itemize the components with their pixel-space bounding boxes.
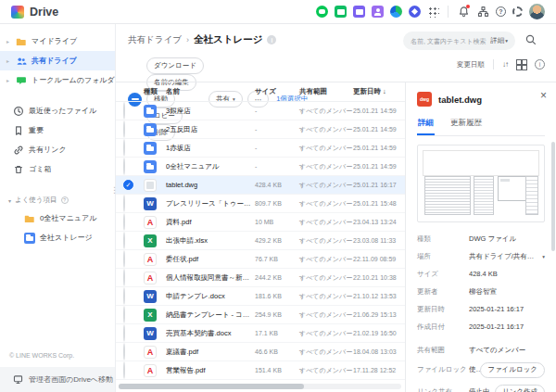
expand-caret-icon[interactable] [6, 38, 11, 44]
row-select-radio[interactable] [123, 287, 125, 305]
panel-tab[interactable]: 詳細 [417, 114, 435, 135]
vertical-scrollbar-thumb[interactable] [551, 142, 555, 251]
favorites-help-icon[interactable] [61, 196, 69, 204]
settings-gear-icon[interactable] [512, 6, 523, 17]
file-name[interactable]: 委任状.pdf [166, 255, 255, 264]
sidebar-item-shared-drive[interactable]: 共有ドライブ [0, 51, 115, 70]
table-row[interactable]: 営業報告.pdf 151.4 KB すべてのメンバー 17.11.28 12:5… [116, 361, 405, 380]
row-select-radio[interactable] [123, 102, 125, 120]
notification-bell-icon[interactable] [457, 6, 470, 19]
file-name[interactable]: 3銀座店 [166, 107, 255, 116]
row-select-radio[interactable] [123, 250, 125, 268]
column-updated[interactable]: 更新日時 ↓ [353, 87, 405, 96]
contacts-icon[interactable] [372, 6, 384, 18]
row-select-radio[interactable] [123, 139, 125, 157]
grid-view-icon[interactable] [516, 59, 526, 70]
row-select-radio[interactable] [123, 158, 125, 175]
collapse-caret-icon[interactable] [8, 197, 11, 204]
row-select-radio[interactable] [123, 120, 125, 138]
file-name[interactable]: 0全社マニュアル [166, 162, 255, 171]
organization-icon[interactable] [476, 6, 489, 19]
sidebar-item-trash[interactable]: ゴミ箱 [0, 159, 115, 179]
app-launcher-icon[interactable] [427, 6, 439, 18]
sort-order-dropdown[interactable]: 変更日順 [457, 60, 485, 70]
row-select-radio[interactable] [123, 324, 125, 342]
file-preview[interactable] [417, 145, 545, 222]
row-select-radio[interactable] [123, 213, 125, 231]
breadcrumb-parent[interactable]: 共有ドライブ [128, 34, 182, 46]
mail-icon[interactable] [335, 6, 347, 18]
table-row[interactable]: 3銀座店 - すべてのメンバー 25.01.21 14:59 [116, 102, 405, 120]
column-share-scope[interactable]: 共有範囲 [299, 87, 353, 96]
sidebar-item-recent-files[interactable]: 最近使ったファイル [0, 101, 115, 120]
sidebar-item-manual-folder[interactable]: 0全社マニュアル [0, 209, 115, 228]
column-type[interactable]: 種類 [144, 87, 166, 96]
calendar-icon[interactable] [353, 6, 365, 18]
drive-apps-icon[interactable] [390, 6, 402, 18]
help-icon[interactable] [496, 6, 506, 17]
table-row[interactable]: 0全社マニュアル - すべてのメンバー 25.01.21 14:59 [116, 158, 405, 176]
file-lock-button[interactable]: ファイルロック [480, 362, 545, 378]
row-select-radio[interactable] [123, 180, 133, 190]
close-icon[interactable] [540, 90, 547, 101]
table-row[interactable]: 委任状.pdf 76.7 KB すべてのメンバー 22.11.09 08:59 [116, 250, 405, 269]
board-icon[interactable] [409, 6, 421, 18]
row-select-radio[interactable] [123, 232, 125, 249]
sidebar-item-my-drive[interactable]: マイドライブ [0, 32, 115, 51]
row-select-radio[interactable] [123, 269, 125, 286]
table-row[interactable]: 個人情報取扱同意書～新入社員.pdf 244.2 KB すべてのメンバー 22.… [116, 269, 405, 287]
file-name[interactable]: 申請テンプレ.docx [166, 292, 255, 301]
file-name[interactable]: 営業報告.pdf [166, 366, 255, 375]
row-select-radio[interactable] [123, 361, 125, 379]
favorites-section-header[interactable]: よく使う項目 [0, 192, 115, 209]
toolbar-button[interactable]: ダウンロード [146, 57, 204, 74]
row-select-radio[interactable] [123, 195, 125, 212]
file-name[interactable]: プレスリリース「トゥールビヨン… [166, 199, 255, 209]
table-row[interactable]: 稟議書.pdf 46.6 KB すべてのメンバー 18.04.08 13:03 [116, 343, 405, 361]
sidebar-item-shared-links[interactable]: 共有リンク [0, 140, 115, 159]
search-detail-dropdown[interactable]: 詳細 [490, 36, 508, 45]
column-name[interactable]: 名前 [166, 87, 255, 96]
table-row[interactable]: 出張申請.xlsx 429.2 KB すべてのメンバー 23.03.08 11:… [116, 232, 405, 250]
horizontal-scrollbar-thumb[interactable] [119, 384, 304, 389]
horizontal-scrollbar[interactable] [119, 384, 401, 389]
file-name[interactable]: tablet.dwg [166, 181, 255, 189]
expand-caret-icon[interactable] [6, 57, 11, 64]
file-name[interactable]: 資料.pdf [166, 218, 255, 227]
search-icon[interactable] [524, 33, 539, 48]
table-row[interactable]: 売買基本契約書.docx 17.1 KB すべてのメンバー 21.02.19 1… [116, 324, 405, 343]
profile-avatar[interactable] [529, 4, 545, 19]
table-row[interactable]: 納品書テンプレート - コピー.xlsx 254.9 KB すべてのメンバー 2… [116, 306, 405, 324]
file-name[interactable]: 出張申請.xlsx [166, 236, 255, 246]
sidebar-item-talkroom-folder[interactable]: トークルームのフォルダ [0, 70, 115, 90]
column-size[interactable]: サイズ [255, 87, 299, 96]
admin-drive-link[interactable]: 管理者画面のDriveへ移動 [0, 367, 115, 392]
file-name[interactable]: 個人情報取扱同意書～新入社員.pdf [166, 273, 255, 283]
sidebar-item-storage-folder[interactable]: 全社ストレージ [0, 228, 115, 247]
table-row[interactable]: 申請テンプレ.docx 181.6 KB すべてのメンバー 21.10.12 1… [116, 287, 405, 306]
folder-info-icon[interactable] [267, 35, 276, 44]
file-name[interactable]: 納品書テンプレート - コピー.xlsx [166, 310, 255, 320]
table-row[interactable]: tablet.dwg 428.4 KB すべてのメンバー 25.01.21 16… [116, 176, 405, 195]
table-row[interactable]: 2五反田店 - すべてのメンバー 25.01.21 14:59 [116, 120, 405, 139]
row-select-radio[interactable] [123, 343, 125, 360]
create-link-button[interactable]: リンク作成 [495, 385, 545, 392]
search-input[interactable] [411, 38, 486, 44]
table-row[interactable]: 資料.pdf 10 MB すべてのメンバー 23.04.13 13:24 [116, 213, 405, 232]
file-name[interactable]: 1赤坂店 [166, 144, 255, 153]
table-row[interactable]: 1赤坂店 - すべてのメンバー 25.01.21 14:59 [116, 139, 405, 158]
detail-panel-toggle-icon[interactable] [535, 59, 545, 70]
talk-icon[interactable] [316, 6, 328, 18]
drive-logo[interactable]: Drive [11, 6, 58, 19]
sidebar-item-important[interactable]: 重要 [0, 120, 115, 140]
row-select-radio[interactable] [123, 306, 125, 323]
file-name[interactable]: 売買基本契約書.docx [166, 329, 255, 338]
search-box[interactable]: 詳細 [403, 32, 515, 50]
file-name[interactable]: 2五反田店 [166, 125, 255, 134]
location-dropdown-caret[interactable]: ▾ [542, 254, 545, 259]
file-name[interactable]: 稟議書.pdf [166, 348, 255, 357]
sort-direction-icon[interactable] [502, 60, 508, 69]
expand-caret-icon[interactable] [6, 77, 11, 83]
table-row[interactable]: プレスリリース「トゥールビヨン… 809.7 KB すべてのメンバー 25.01… [116, 195, 405, 213]
panel-tab[interactable]: 更新履歴 [449, 114, 483, 135]
